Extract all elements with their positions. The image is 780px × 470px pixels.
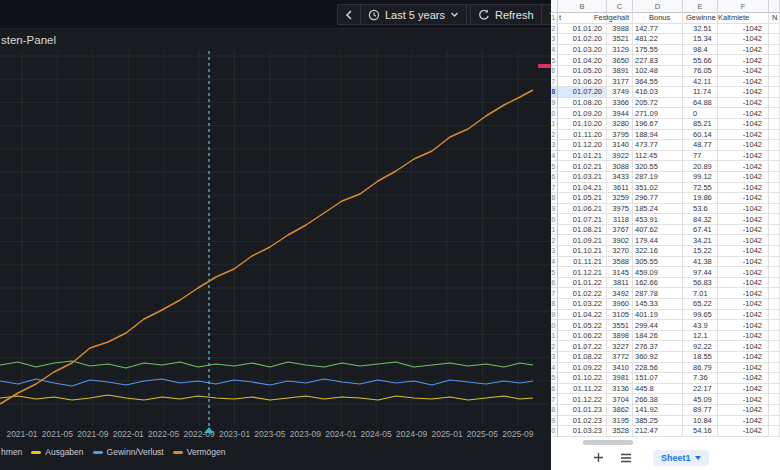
cell-date[interactable]: 01.07.21: [558, 214, 607, 225]
cell-kaltmiete[interactable]: -1042: [718, 394, 769, 405]
cell-gewinne[interactable]: 15.34: [683, 34, 718, 45]
cell-festgehalt[interactable]: 3551: [607, 320, 633, 331]
cell-header-festgehalt[interactable]: Festgehalt: [607, 13, 633, 24]
cell-empty[interactable]: [769, 416, 780, 427]
cell-festgehalt[interactable]: 3902: [607, 235, 633, 246]
cell-empty[interactable]: [769, 45, 780, 56]
cell-bonus[interactable]: 212.47: [633, 426, 683, 437]
cell-kaltmiete[interactable]: -1042: [718, 140, 769, 151]
cell-gewinne[interactable]: 65.22: [683, 299, 718, 310]
cell-date[interactable]: 01.06.21: [558, 204, 607, 215]
cell-empty[interactable]: [769, 246, 780, 257]
cell-bonus[interactable]: 102.48: [633, 66, 683, 77]
row-number[interactable]: 22: [551, 235, 558, 246]
cell-bonus[interactable]: 407.62: [633, 225, 683, 236]
cell-festgehalt[interactable]: 3136: [607, 384, 633, 395]
cell-gewinne[interactable]: 11.74: [683, 87, 718, 98]
cell-date[interactable]: 01.05.21: [558, 193, 607, 204]
cell-bonus[interactable]: 401.19: [633, 310, 683, 321]
cell-date[interactable]: 01.11.22: [558, 384, 607, 395]
cell-kaltmiete[interactable]: -1042: [718, 373, 769, 384]
row-number[interactable]: 37: [551, 394, 558, 405]
cell-gewinne[interactable]: 86.79: [683, 363, 718, 374]
column-header-C[interactable]: C: [607, 0, 633, 13]
row-number[interactable]: 19: [551, 204, 558, 215]
cell-kaltmiete[interactable]: -1042: [718, 161, 769, 172]
legend-item-gewinn-verlust[interactable]: Gewinn/Verlust: [93, 447, 164, 457]
row-number[interactable]: 8: [551, 87, 558, 98]
row-number[interactable]: 30: [551, 320, 558, 331]
cell-empty[interactable]: [769, 235, 780, 246]
cell-festgehalt[interactable]: 3898: [607, 331, 633, 342]
cell-empty[interactable]: [769, 267, 780, 278]
cell-bonus[interactable]: 205.72: [633, 98, 683, 109]
legend-item-ausgaben[interactable]: Ausgaben: [31, 447, 83, 457]
cell-festgehalt[interactable]: 3650: [607, 55, 633, 66]
row-number[interactable]: 9: [551, 98, 558, 109]
cell-date[interactable]: 01.12.20: [558, 140, 607, 151]
row-number[interactable]: 27: [551, 288, 558, 299]
cell-gewinne[interactable]: 77: [683, 151, 718, 162]
timeseries-chart[interactable]: [0, 51, 551, 426]
cell-empty[interactable]: [769, 130, 780, 141]
cell-gewinne[interactable]: 85.21: [683, 119, 718, 130]
panel-title[interactable]: sten-Panel: [1, 34, 56, 46]
cell-festgehalt[interactable]: 3988: [607, 24, 633, 35]
row-number[interactable]: 5: [551, 55, 558, 66]
cell-gewinne[interactable]: 48.77: [683, 140, 718, 151]
cell-empty[interactable]: [769, 331, 780, 342]
cell-empty[interactable]: [769, 204, 780, 215]
cell-festgehalt[interactable]: 3922: [607, 151, 633, 162]
cell-date[interactable]: 01.11.20: [558, 130, 607, 141]
cell-festgehalt[interactable]: 3088: [607, 161, 633, 172]
cell-date[interactable]: 01.10.22: [558, 373, 607, 384]
cell-bonus[interactable]: 142.77: [633, 24, 683, 35]
cell-bonus[interactable]: 459.09: [633, 267, 683, 278]
cell-date[interactable]: 01.04.22: [558, 310, 607, 321]
row-number[interactable]: 29: [551, 310, 558, 321]
cell-header-gewinne[interactable]: Gewinne T: [683, 13, 718, 24]
cell-kaltmiete[interactable]: -1042: [718, 426, 769, 437]
row-number[interactable]: 25: [551, 267, 558, 278]
column-header-E[interactable]: E: [683, 0, 718, 13]
cell-date[interactable]: 01.06.20: [558, 77, 607, 88]
cell-date[interactable]: 01.03.23: [558, 426, 607, 437]
cell-gewinne[interactable]: 45.09: [683, 394, 718, 405]
cell-gewinne[interactable]: 20.89: [683, 161, 718, 172]
cell-festgehalt[interactable]: 3145: [607, 267, 633, 278]
cell-empty[interactable]: [769, 405, 780, 416]
legend-item-hmen[interactable]: hmen: [1, 447, 22, 457]
cell-empty[interactable]: [769, 87, 780, 98]
cell-empty[interactable]: [769, 183, 780, 194]
cell-kaltmiete[interactable]: -1042: [718, 257, 769, 268]
cell-date[interactable]: 01.03.22: [558, 299, 607, 310]
cell-header-kaltmiete[interactable]: Kaltmiete: [718, 13, 769, 24]
row-number[interactable]: 33: [551, 352, 558, 363]
cell-festgehalt[interactable]: 3862: [607, 405, 633, 416]
cell-festgehalt[interactable]: 3177: [607, 77, 633, 88]
row-number[interactable]: 34: [551, 363, 558, 374]
cell-festgehalt[interactable]: 3105: [607, 310, 633, 321]
cell-festgehalt[interactable]: 3795: [607, 130, 633, 141]
row-number[interactable]: 38: [551, 405, 558, 416]
cell-date[interactable]: 01.06.22: [558, 331, 607, 342]
cell-gewinne[interactable]: 99.65: [683, 310, 718, 321]
cell-kaltmiete[interactable]: -1042: [718, 55, 769, 66]
cell-festgehalt[interactable]: 3410: [607, 363, 633, 374]
cell-header-clipped[interactable]: N: [769, 13, 780, 24]
cell-gewinne[interactable]: 34.21: [683, 235, 718, 246]
cell-kaltmiete[interactable]: -1042: [718, 108, 769, 119]
cell-bonus[interactable]: 445.8: [633, 384, 683, 395]
cell-gewinne[interactable]: 22.17: [683, 384, 718, 395]
cell-festgehalt[interactable]: 3433: [607, 172, 633, 183]
row-number[interactable]: 40: [551, 426, 558, 437]
cell-kaltmiete[interactable]: -1042: [718, 183, 769, 194]
row-number[interactable]: 14: [551, 151, 558, 162]
cell-date[interactable]: 01.02.22: [558, 288, 607, 299]
cell-bonus[interactable]: 453.91: [633, 214, 683, 225]
cell-kaltmiete[interactable]: -1042: [718, 405, 769, 416]
cell-empty[interactable]: [769, 310, 780, 321]
cell-kaltmiete[interactable]: -1042: [718, 320, 769, 331]
cell-bonus[interactable]: 276.37: [633, 341, 683, 352]
column-header-D[interactable]: D: [633, 0, 683, 13]
